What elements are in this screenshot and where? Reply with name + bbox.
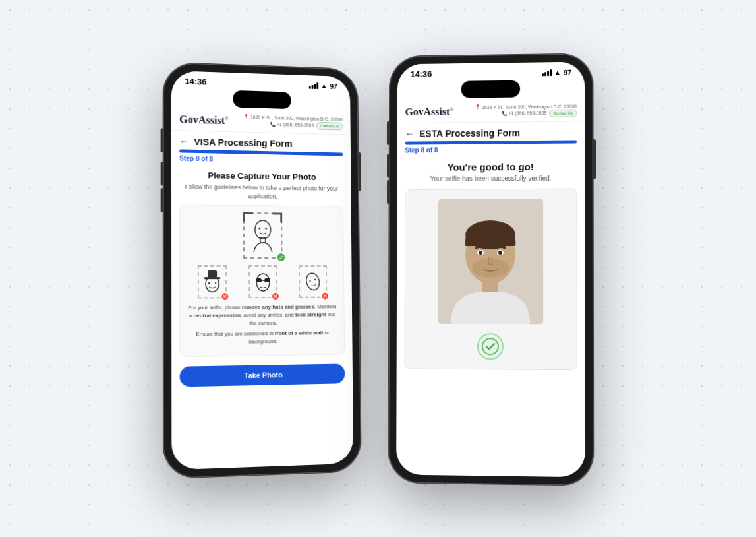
- good-check-icon: ✓: [276, 252, 286, 263]
- left-dynamic-island: [233, 90, 291, 109]
- wifi-icon: ▲: [320, 82, 327, 90]
- svg-point-9: [256, 274, 270, 291]
- check-svg: [480, 337, 499, 356]
- right-form-body: You're good to go! Your selfie has been …: [396, 155, 585, 477]
- left-form-body: Please Capture Your Photo Follow the gui…: [171, 164, 353, 470]
- bad-bracket-tilt: ✕: [298, 265, 326, 298]
- phones-container: 14:36 ▲ 97 GovAssis: [164, 54, 593, 483]
- left-photo-heading: Please Capture Your Photo: [179, 170, 343, 183]
- left-time: 14:36: [185, 77, 206, 87]
- left-photo-subtext: Follow the guidelines below to take a pe…: [179, 183, 343, 201]
- right-phone: 14:36 ▲ 97 GovAssis: [388, 53, 593, 485]
- svg-point-3: [265, 228, 267, 230]
- svg-rect-6: [208, 270, 217, 278]
- good-example: ✓: [187, 212, 337, 259]
- left-guideline-text1: For your selfie, please remove any hats …: [187, 303, 337, 329]
- right-progress-container: Step 8 of 8: [397, 140, 585, 156]
- bad-bracket-hat: ✕: [198, 265, 227, 299]
- bad-x-icon-hat: ✕: [220, 292, 229, 301]
- bad-face-hat: ✕: [198, 265, 227, 299]
- right-success-heading: You're good to go!: [405, 160, 577, 173]
- right-address: 📍 1629 K St., Suite 300, Washington D.C.…: [475, 104, 577, 110]
- right-header-contact: 📍 1629 K St., Suite 300, Washington D.C.…: [475, 104, 577, 119]
- right-step-label: Step 8 of 8: [405, 143, 577, 154]
- svg-point-25: [482, 338, 498, 354]
- bad-x-icon-sunglasses: ✕: [271, 292, 280, 301]
- right-signal-bars-icon: [541, 69, 551, 76]
- right-success-subtext: Your selfie has been successfully verifi…: [405, 175, 577, 183]
- right-form-title: ESTA Processing Form: [419, 127, 520, 139]
- battery-label: 97: [330, 82, 337, 90]
- left-back-arrow[interactable]: ←: [179, 136, 189, 146]
- selfie-photo: [438, 199, 543, 325]
- right-status-icons: ▲ 97: [541, 68, 571, 77]
- left-phone-number: 📞 +1 (856) 556-3505: [270, 122, 314, 129]
- selfie-container: [404, 189, 577, 371]
- svg-point-8: [215, 282, 216, 284]
- left-status-icons: ▲ 97: [308, 81, 337, 90]
- right-app-header: GovAssist® 📍 1629 K St., Suite 300, Wash…: [397, 99, 585, 123]
- bad-face-sunglasses: ✕: [248, 265, 277, 298]
- svg-point-7: [208, 282, 210, 284]
- right-phone-number: 📞 +1 (856) 556-3505: [501, 111, 546, 117]
- right-wifi-icon: ▲: [554, 69, 560, 76]
- left-brand-logo: GovAssist®: [179, 113, 229, 127]
- right-contact-button[interactable]: Contact Us: [549, 110, 577, 117]
- signal-bars-icon: [308, 82, 318, 88]
- left-header-contact: 📍 1629 K St., Suite 300, Washington D.C.…: [243, 114, 343, 131]
- right-dynamic-island: [461, 80, 520, 98]
- bad-face-tilt: ✕: [298, 265, 326, 298]
- left-phone: 14:36 ▲ 97 GovAssis: [163, 63, 361, 479]
- left-form-content: ← VISA Processing Form Step 8 of 8 Pleas…: [171, 131, 353, 470]
- svg-point-14: [308, 280, 310, 282]
- svg-rect-11: [264, 278, 270, 282]
- right-form-content: ← ESTA Processing Form Step 8 of 8 You'r…: [396, 121, 585, 477]
- right-status-bar: 14:36 ▲ 97: [397, 62, 584, 82]
- good-face-icon: [250, 219, 275, 252]
- verified-check-icon: [477, 333, 503, 360]
- left-form-title: VISA Processing Form: [194, 137, 292, 149]
- bad-examples: ✕: [187, 265, 337, 299]
- bad-x-icon-tilt: ✕: [320, 292, 330, 301]
- right-back-arrow[interactable]: ←: [405, 129, 414, 139]
- location-icon: 📍: [243, 114, 249, 119]
- man-portrait-svg: [438, 199, 543, 325]
- right-phone-row: 📞 +1 (856) 556-3505 Contact Us: [501, 110, 577, 118]
- good-face-frame: ✓: [243, 212, 282, 259]
- left-status-bar: 14:36 ▲ 97: [171, 71, 349, 94]
- right-time: 14:36: [410, 69, 432, 79]
- sunglasses-face-icon: [252, 269, 274, 294]
- tilt-face-icon: [302, 269, 322, 294]
- right-phone-screen: 14:36 ▲ 97 GovAssis: [396, 62, 585, 478]
- take-photo-button[interactable]: Take Photo: [179, 364, 345, 387]
- right-brand-logo: GovAssist®: [405, 106, 453, 118]
- bad-bracket-sunglasses: ✕: [248, 265, 277, 298]
- svg-point-2: [258, 228, 260, 230]
- right-battery-label: 97: [563, 68, 571, 76]
- hat-face-icon: [202, 269, 223, 294]
- svg-point-13: [304, 272, 320, 292]
- left-phone-row: 📞 +1 (856) 556-3505 Contact Us: [270, 121, 343, 131]
- svg-point-15: [314, 279, 316, 281]
- right-form-nav: ← ESTA Processing Form: [397, 121, 585, 141]
- left-guideline-text2: Ensure that you are positioned in front …: [187, 329, 337, 347]
- right-location-icon: 📍: [475, 104, 480, 110]
- left-contact-button[interactable]: Contact Us: [316, 122, 343, 131]
- svg-point-0: [254, 220, 270, 239]
- left-photo-guidelines: ✓: [179, 205, 345, 357]
- left-phone-screen: 14:36 ▲ 97 GovAssis: [171, 71, 353, 470]
